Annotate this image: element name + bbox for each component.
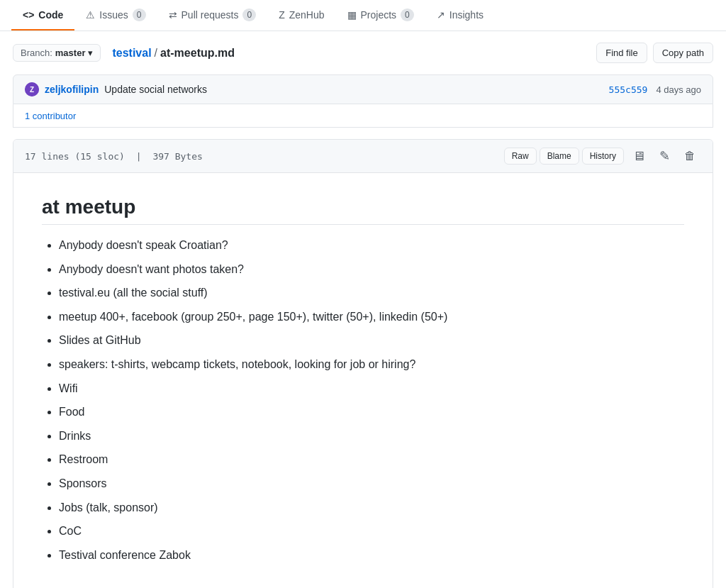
file-actions: Raw Blame History 🖥 ✎ 🗑: [504, 145, 701, 167]
repo-link[interactable]: testival: [112, 47, 151, 60]
commit-sha[interactable]: 555c559: [609, 84, 648, 95]
tab-pull-requests[interactable]: ⇄ Pull requests 0: [157, 0, 268, 30]
tab-zenhub[interactable]: Z ZenHub: [267, 0, 335, 30]
commit-author[interactable]: zeljkofilipin: [45, 84, 99, 95]
file-size: 397 Bytes: [152, 151, 202, 162]
commit-time: 4 days ago: [656, 84, 701, 95]
edit-button[interactable]: ✎: [654, 145, 676, 167]
markdown-list: Anybody doesn't speak Croatian?Anybody d…: [42, 236, 684, 564]
list-item: speakers: t-shirts, webcamp tickets, not…: [59, 355, 684, 374]
issues-icon: ⚠: [86, 9, 95, 21]
tab-issues[interactable]: ⚠ Issues 0: [74, 0, 157, 30]
file-info: 17 lines (15 sloc) | 397 Bytes: [25, 151, 203, 162]
insights-icon: ↗: [437, 9, 445, 21]
breadcrumb-row: Branch: master ▾ testival / at-meetup.md…: [13, 43, 713, 63]
list-item: Food: [59, 403, 684, 421]
issues-badge: 0: [133, 9, 146, 21]
file-name: at-meetup.md: [160, 47, 235, 60]
list-item: CoC: [59, 522, 684, 540]
svg-text:Z: Z: [30, 86, 34, 94]
commit-right: 555c559 4 days ago: [609, 84, 701, 95]
commit-bar: Z zeljkofilipin Update social networks 5…: [13, 74, 713, 104]
commit-left: Z zeljkofilipin Update social networks: [25, 82, 207, 96]
list-item: meetup 400+, facebook (group 250+, page …: [59, 308, 684, 326]
commit-message: Update social networks: [104, 84, 207, 95]
file-size-separator: |: [136, 151, 142, 162]
list-item: Testival conference Zabok: [59, 546, 684, 565]
breadcrumb-actions: Find file Copy path: [596, 43, 713, 63]
code-icon: <>: [23, 9, 34, 21]
file-container: 17 lines (15 sloc) | 397 Bytes Raw Blame…: [13, 139, 713, 588]
page-content: Branch: master ▾ testival / at-meetup.md…: [1, 31, 725, 588]
find-file-button[interactable]: Find file: [596, 43, 647, 63]
monitor-icon-button[interactable]: 🖥: [627, 146, 651, 167]
copy-path-button[interactable]: Copy path: [653, 43, 713, 63]
list-item: Drinks: [59, 427, 684, 445]
chevron-down-icon: ▾: [88, 48, 93, 58]
history-button[interactable]: History: [582, 148, 624, 165]
file-lines: 17 lines (15 sloc): [25, 151, 125, 162]
tab-insights[interactable]: ↗ Insights: [425, 0, 495, 30]
blame-button[interactable]: Blame: [540, 148, 579, 165]
list-item: Anybody doesn't want photos taken?: [59, 260, 684, 279]
list-item: Sponsors: [59, 475, 684, 493]
breadcrumb: testival / at-meetup.md: [112, 47, 235, 60]
projects-icon: ▦: [347, 9, 357, 21]
tab-projects[interactable]: ▦ Projects 0: [336, 0, 425, 30]
contributor-bar: 1 contributor: [13, 104, 713, 128]
avatar: Z: [25, 82, 39, 96]
projects-badge: 0: [401, 9, 414, 21]
tab-code[interactable]: <> Code: [11, 0, 74, 30]
contributor-link[interactable]: 1 contributor: [25, 111, 76, 121]
branch-selector[interactable]: Branch: master ▾: [13, 44, 101, 62]
top-navigation: <> Code ⚠ Issues 0 ⇄ Pull requests 0 Z Z…: [0, 0, 726, 31]
list-item: testival.eu (all the social stuff): [59, 284, 684, 302]
pr-badge: 0: [242, 9, 256, 21]
list-item: Wifi: [59, 379, 684, 398]
zenhub-icon: Z: [279, 9, 285, 21]
markdown-body: at meetup Anybody doesn't speak Croatian…: [13, 173, 713, 588]
list-item: Slides at GitHub: [59, 331, 684, 350]
monitor-icon: 🖥: [632, 149, 645, 164]
breadcrumb-separator: /: [155, 47, 157, 60]
raw-button[interactable]: Raw: [504, 148, 537, 165]
delete-button[interactable]: 🗑: [678, 147, 701, 165]
pr-icon: ⇄: [169, 9, 177, 21]
pencil-icon: ✎: [659, 148, 670, 164]
trash-icon: 🗑: [684, 150, 696, 162]
file-toolbar: 17 lines (15 sloc) | 397 Bytes Raw Blame…: [13, 140, 713, 173]
markdown-heading: at meetup: [42, 196, 684, 225]
list-item: Jobs (talk, sponsor): [59, 499, 684, 517]
list-item: Anybody doesn't speak Croatian?: [59, 236, 684, 255]
list-item: Restroom: [59, 450, 684, 469]
